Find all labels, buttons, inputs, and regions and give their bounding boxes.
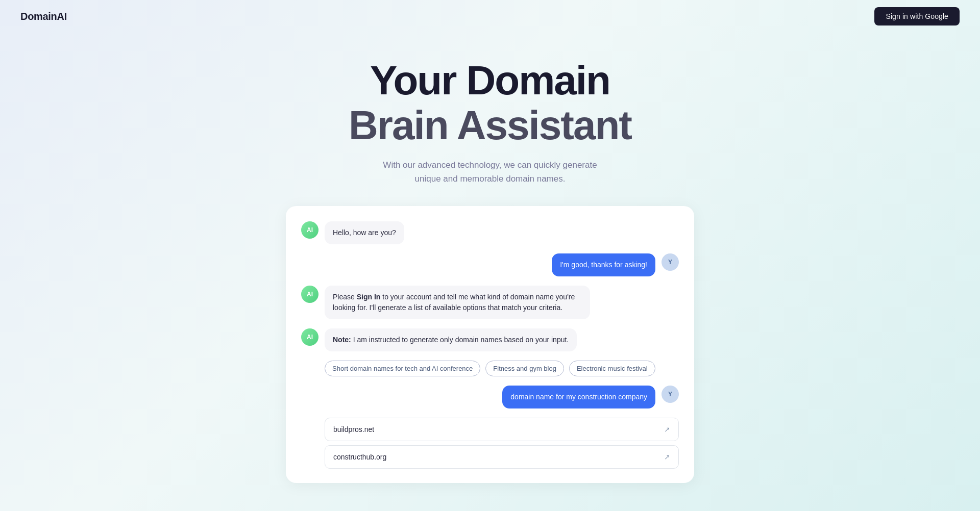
- chat-wrapper: AI Hello, how are you? Y I'm good, thank…: [0, 206, 980, 503]
- chip-3[interactable]: Electronic music festival: [569, 361, 655, 376]
- chat-container: AI Hello, how are you? Y I'm good, thank…: [286, 206, 694, 483]
- hero-title-line1: Your Domain: [10, 58, 970, 103]
- message-row-2: Y I'm good, thanks for asking!: [301, 253, 679, 276]
- message-row-3: AI Please Sign In to your account and te…: [301, 286, 679, 319]
- sign-in-button[interactable]: Sign in with Google: [874, 7, 960, 25]
- bubble-ai-1: Hello, how are you?: [325, 221, 404, 244]
- hero-subtitle: With our advanced technology, we can qui…: [378, 158, 602, 186]
- message-row-4: AI Note: I am instructed to generate onl…: [301, 328, 679, 351]
- message-row-1: AI Hello, how are you?: [301, 221, 679, 244]
- bubble-ai-2: Please Sign In to your account and tell …: [325, 286, 590, 319]
- bubble-ai-3: Note: I am instructed to generate only d…: [325, 328, 577, 351]
- external-link-icon-2: ↗: [664, 453, 670, 461]
- bubble-user-2: domain name for my construction company: [502, 386, 655, 408]
- chip-2[interactable]: Fitness and gym blog: [485, 361, 564, 376]
- domain-item-1[interactable]: buildpros.net ↗: [325, 418, 679, 441]
- hero-title-line2: Brain Assistant: [10, 103, 970, 148]
- avatar-user-1: Y: [662, 253, 679, 271]
- message-row-5: Y domain name for my construction compan…: [301, 386, 679, 408]
- domain-results: buildpros.net ↗ constructhub.org ↗: [325, 418, 679, 469]
- bubble-user-1: I'm good, thanks for asking!: [552, 253, 655, 276]
- chip-1[interactable]: Short domain names for tech and AI confe…: [325, 361, 480, 376]
- avatar-ai-3: AI: [301, 328, 318, 346]
- avatar-ai-2: AI: [301, 286, 318, 303]
- domain-item-2[interactable]: constructhub.org ↗: [325, 445, 679, 469]
- header: DomainAI Sign in with Google: [0, 0, 980, 33]
- hero-section: Your Domain Brain Assistant With our adv…: [0, 33, 980, 206]
- logo: DomainAI: [20, 11, 67, 22]
- suggestions-row: Short domain names for tech and AI confe…: [325, 361, 679, 376]
- domain-name-1: buildpros.net: [333, 425, 374, 433]
- domain-name-2: constructhub.org: [333, 453, 386, 461]
- avatar-user-2: Y: [662, 386, 679, 403]
- avatar-ai-1: AI: [301, 221, 318, 239]
- external-link-icon-1: ↗: [664, 425, 670, 433]
